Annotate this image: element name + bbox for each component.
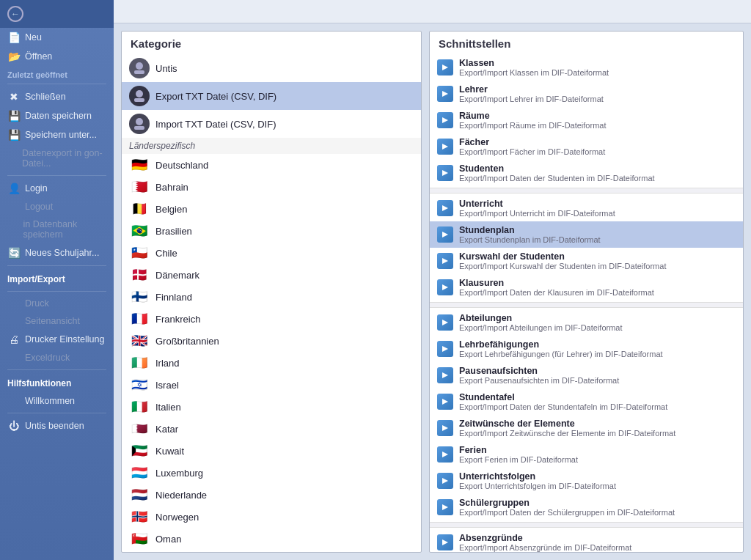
- sidebar: ← 📄 Neu 📂 Öffnen Zuletzt geöffnet ✖ Schl…: [0, 0, 114, 560]
- svg-marker-10: [442, 170, 448, 176]
- sidebar-item-untis-beenden[interactable]: ⏻ Untis beenden: [0, 416, 114, 435]
- svg-marker-17: [442, 372, 448, 378]
- ss-item-stundenplan[interactable]: StundenplanExport Stundenplan im DIF-Dat…: [430, 221, 743, 248]
- ss-item-klausuren[interactable]: KlausurenExport/Import Daten der Klausur…: [430, 274, 743, 301]
- kategorie-item-finnland[interactable]: 🇫🇮Finnland: [122, 286, 421, 308]
- ss-divider: [430, 522, 743, 528]
- schnittstellen-scroll[interactable]: KlassenExport/Import Klassen im DIF-Date…: [430, 54, 743, 552]
- sidebar-item-daten-speichern[interactable]: 💾 Daten speichern: [0, 106, 114, 125]
- kategorie-item-label: Großbritannien: [155, 336, 219, 347]
- kategorie-item-luxemburg[interactable]: 🇱🇺Luxemburg: [122, 462, 421, 484]
- flag-de: 🇩🇪: [129, 158, 150, 172]
- back-button[interactable]: ←: [0, 0, 114, 28]
- ss-item-schuelergruppen[interactable]: SchülergruppenExport/Import Daten der Sc…: [430, 494, 743, 520]
- ss-item-zeitwuensche[interactable]: Zeitwünsche der ElementeExport/Import Ze…: [430, 415, 743, 441]
- svg-rect-1: [134, 70, 144, 74]
- sidebar-item-logout: Logout: [0, 198, 114, 215]
- ss-item-pausenaufsichten[interactable]: PausenaufsichtenExport Pausenaufsichten …: [430, 362, 743, 388]
- kategorie-item-import-txt[interactable]: Import TXT Datei (CSV, DIF): [122, 110, 421, 138]
- ss-arrow-icon: [437, 394, 453, 410]
- kategorie-scroll[interactable]: UntisExport TXT Datei (CSV, DIF)Import T…: [122, 54, 421, 552]
- ss-item-lehrbefahigungen[interactable]: LehrbefähigungenExport Lehrbefähigungen …: [430, 336, 743, 362]
- ss-item-unterrichtsfolgen[interactable]: UnterrichtsfolgenExport Unterrichtsfolge…: [430, 468, 743, 494]
- kategorie-item-chile[interactable]: 🇨🇱Chile: [122, 242, 421, 264]
- svg-marker-7: [442, 91, 448, 97]
- ss-item-title: Ferien: [459, 445, 578, 455]
- top-bar: [114, 0, 751, 23]
- kategorie-item-icon: [129, 86, 150, 106]
- ss-item-desc: Export/Import Daten der Stundentafeln im…: [459, 402, 667, 411]
- sidebar-item-login[interactable]: 👤 Login: [0, 179, 114, 198]
- ss-item-desc: Export/Import Räume im DIF-Dateiformat: [459, 121, 607, 130]
- ss-item-kurswahl[interactable]: Kurswahl der StudentenExport/Import Kurs…: [430, 248, 743, 274]
- flag-ie: 🇮🇪: [129, 355, 150, 370]
- flag-br: 🇧🇷: [129, 224, 150, 238]
- flag-cl: 🇨🇱: [129, 246, 150, 260]
- ss-item-title: Lehrer: [459, 84, 604, 95]
- ss-text-block: UnterrichtExport/Import Unterricht im DI…: [459, 199, 615, 218]
- kategorie-item-italien[interactable]: 🇮🇹Italien: [122, 396, 421, 418]
- ss-item-stundentafel[interactable]: StundentafelExport/Import Daten der Stun…: [430, 388, 743, 415]
- login-icon: 👤: [7, 183, 21, 194]
- flag-it: 🇮🇹: [129, 399, 150, 414]
- ss-arrow-icon: [437, 473, 453, 489]
- ss-arrow-icon: [437, 534, 453, 550]
- svg-marker-13: [442, 258, 448, 264]
- kategorie-item-daenemark[interactable]: 🇩🇰Dänemark: [122, 264, 421, 286]
- kategorie-item-irland[interactable]: 🇮🇪Irland: [122, 352, 421, 374]
- kategorie-item-brasilien[interactable]: 🇧🇷Brasilien: [122, 220, 421, 242]
- kategorie-item-bahrain[interactable]: 🇧🇭Bahrain: [122, 176, 421, 198]
- kategorie-item-grossbritannien[interactable]: 🇬🇧Großbritannien: [122, 330, 421, 352]
- kategorie-item-oman[interactable]: 🇴🇲Oman: [122, 528, 421, 550]
- svg-point-4: [136, 118, 143, 125]
- kategorie-item-label: Italien: [155, 402, 181, 413]
- ss-text-block: RäumeExport/Import Räume im DIF-Dateifor…: [459, 111, 607, 130]
- sidebar-item-drucker-einstellung[interactable]: 🖨 Drucker Einstellung: [0, 330, 114, 349]
- sidebar-item-speichern-unter[interactable]: 💾 Speichern unter...: [0, 125, 114, 144]
- ss-item-desc: Export/Import Zeitwünsche der Elemente i…: [459, 429, 675, 438]
- ss-item-absenzgruende[interactable]: AbsenzgründeExport/Import Absenzgründe i…: [430, 529, 743, 552]
- schuljahr-icon: 🔄: [7, 247, 21, 259]
- ss-item-klassen[interactable]: KlassenExport/Import Klassen im DIF-Date…: [430, 54, 743, 81]
- flag-il: 🇮🇱: [129, 377, 150, 392]
- new-icon: 📄: [7, 32, 21, 43]
- kategorie-item-frankreich[interactable]: 🇫🇷Frankreich: [122, 308, 421, 330]
- sidebar-item-neu[interactable]: 📄 Neu: [0, 28, 114, 47]
- ss-text-block: FerienExport Ferien im DIF-Dateiformat: [459, 445, 578, 464]
- sidebar-section-import-export[interactable]: Import/Export: [0, 270, 114, 288]
- kategorie-item-israel[interactable]: 🇮🇱Israel: [122, 374, 421, 396]
- ss-item-faecher[interactable]: FächerExport/Import Fächer im DIF-Dateif…: [430, 133, 743, 160]
- kategorie-item-label: Oman: [155, 534, 181, 545]
- ss-item-title: Räume: [459, 111, 607, 121]
- kategorie-item-norwegen[interactable]: 🇳🇴Norwegen: [122, 506, 421, 528]
- sidebar-item-willkommen[interactable]: Willkommen: [0, 392, 114, 410]
- kategorie-item-deutschland[interactable]: 🇩🇪Deutschland: [122, 154, 421, 176]
- save-as-icon: 💾: [7, 129, 21, 141]
- ss-item-studenten[interactable]: StudentenExport/Import Daten der Student…: [430, 160, 743, 186]
- kategorie-item-icon: [129, 114, 150, 134]
- ss-text-block: LehrerExport/Import Lehrer im DIF-Dateif…: [459, 84, 604, 103]
- ss-item-raeume[interactable]: RäumeExport/Import Räume im DIF-Dateifor…: [430, 107, 743, 133]
- back-circle-icon: ←: [7, 6, 23, 22]
- ss-arrow-icon: [437, 279, 453, 295]
- kategorie-item-belgien[interactable]: 🇧🇪Belgien: [122, 198, 421, 220]
- sidebar-item-neues-schuljahr[interactable]: 🔄 Neues Schuljahr...: [0, 243, 114, 262]
- flag-nl: 🇳🇱: [129, 487, 150, 502]
- kategorie-item-niederlande[interactable]: 🇳🇱Niederlande: [122, 484, 421, 506]
- sidebar-section-hilfsfunktionen[interactable]: Hilfsfunktionen: [0, 375, 114, 392]
- ss-item-abteilungen[interactable]: AbteilungenExport/Import Abteilungen im …: [430, 309, 743, 336]
- sidebar-item-schliessen[interactable]: ✖ Schließen: [0, 87, 114, 106]
- kategorie-item-label: Chile: [155, 248, 177, 259]
- kategorie-item-untis[interactable]: Untis: [122, 54, 421, 82]
- kategorie-item-export-txt[interactable]: Export TXT Datei (CSV, DIF): [122, 82, 421, 110]
- ss-item-lehrer[interactable]: LehrerExport/Import Lehrer im DIF-Dateif…: [430, 81, 743, 107]
- ss-item-unterricht[interactable]: UnterrichtExport/Import Unterricht im DI…: [430, 195, 743, 221]
- kategorie-item-katar[interactable]: 🇶🇦Katar: [122, 418, 421, 440]
- kategorie-panel: Kategorie UntisExport TXT Datei (CSV, DI…: [121, 31, 422, 553]
- svg-marker-9: [442, 144, 448, 150]
- kategorie-item-kuwait[interactable]: 🇰🇼Kuwait: [122, 440, 421, 462]
- sidebar-item-oeffnen[interactable]: 📂 Öffnen: [0, 47, 114, 66]
- ss-item-ferien[interactable]: FerienExport Ferien im DIF-Dateiformat: [430, 441, 743, 468]
- kategorie-item-label: Niederlande: [155, 490, 207, 501]
- ss-arrow-icon: [437, 86, 453, 102]
